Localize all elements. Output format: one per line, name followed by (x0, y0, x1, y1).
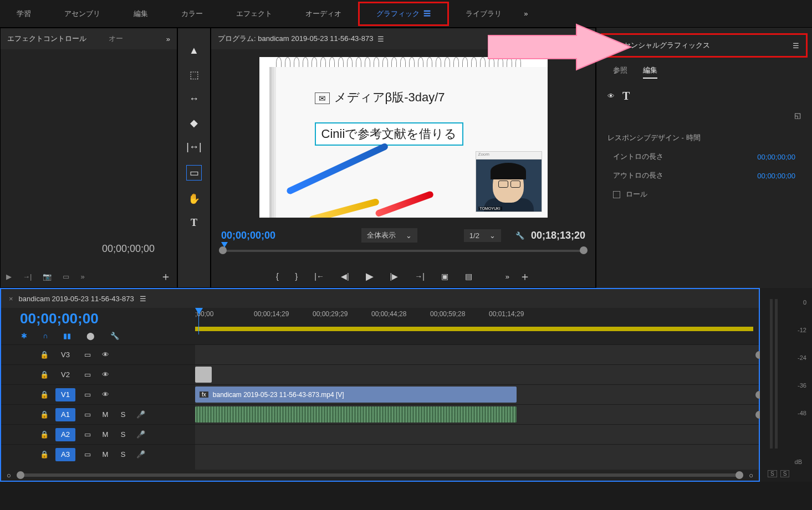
audio-clip[interactable] (195, 406, 517, 423)
toggle-icon[interactable]: ▭ (82, 370, 93, 379)
link-icon[interactable]: ▮▮ (63, 332, 71, 340)
fx-badge[interactable]: fx (200, 391, 208, 398)
program-zoom-bar[interactable] (211, 245, 595, 265)
eye-icon[interactable]: 👁 (100, 390, 111, 399)
lock-icon[interactable]: 🔒 (40, 390, 49, 399)
track-v3-header[interactable]: 🔒V3▭👁 (1, 344, 195, 364)
intro-value[interactable]: 00;00;00;00 (757, 153, 795, 161)
track-v2-header[interactable]: 🔒V2▭👁 (1, 364, 195, 384)
zoom-knob-left[interactable] (219, 246, 227, 254)
solo-button[interactable]: S (118, 410, 129, 419)
solo-button[interactable]: S (118, 430, 129, 439)
go-in-icon[interactable]: |← (314, 272, 324, 281)
type-tool-icon[interactable]: T (191, 217, 197, 229)
mark-out-icon[interactable]: } (295, 272, 298, 281)
pin-icon[interactable]: ◱ (794, 111, 801, 120)
lock-icon[interactable]: 🔒 (40, 430, 49, 439)
track-a2-header[interactable]: 🔒A2▭MS🎤 (1, 424, 195, 444)
play-icon[interactable]: ▶ (366, 270, 374, 282)
zoom-knob-right[interactable]: ○ (749, 471, 753, 480)
timeline-ruler[interactable]: ;00;00 00;00;14;29 00;00;29;29 00;00;44;… (195, 308, 759, 334)
eg-layer-row[interactable]: 👁 T (596, 84, 812, 108)
res-dropdown[interactable]: 1/2⌄ (464, 229, 501, 242)
lock-icon[interactable]: 🔒 (40, 410, 49, 419)
scroll-knob-right[interactable] (736, 471, 743, 479)
hand-tool-icon[interactable]: ✋ (188, 193, 200, 205)
mic-icon[interactable]: 🎤 (135, 410, 146, 419)
eg-tab-edit[interactable]: 編集 (643, 65, 657, 79)
ripple-edit-tool-icon[interactable]: ↔ (189, 93, 199, 105)
track-body[interactable]: fxbandicam 2019-05-23 11-56-43-873.mp4 [… (195, 344, 759, 470)
lift-icon[interactable]: ▣ (441, 272, 448, 281)
add-button[interactable]: ＋ (519, 269, 530, 284)
track-a3-header[interactable]: 🔒A3▭MS🎤 (1, 444, 195, 464)
toggle-icon[interactable]: ▭ (82, 390, 93, 399)
close-icon[interactable]: × (9, 295, 13, 303)
ws-audio[interactable]: オーディオ (289, 9, 358, 19)
solo-left[interactable]: S (768, 470, 777, 477)
wrench-icon[interactable]: 🔧 (515, 231, 524, 240)
step-back-icon[interactable]: ◀| (341, 272, 349, 281)
marker-icon[interactable]: ⬤ (86, 332, 95, 340)
step-fwd-icon[interactable]: |▶ (390, 272, 399, 281)
fit-dropdown[interactable]: 全体表示⌄ (361, 228, 417, 243)
extract-icon[interactable]: ▤ (465, 272, 472, 281)
toggle-icon[interactable]: ▭ (82, 351, 93, 359)
slip-tool-icon[interactable]: |↔| (186, 141, 201, 153)
ec-overflow2[interactable]: » (80, 272, 84, 281)
toggle-icon[interactable]: ▭ (82, 450, 93, 459)
mark-in-icon[interactable]: { (276, 272, 279, 281)
mic-icon[interactable]: 🎤 (135, 430, 146, 439)
rectangle-tool-icon[interactable]: ▭ (186, 165, 202, 181)
new-bin-icon[interactable]: ▭ (63, 272, 69, 281)
ws-learn[interactable]: 学習 (0, 9, 48, 19)
ec-overflow[interactable]: » (166, 35, 170, 43)
program-preview[interactable]: ✉メディアβ版-3day/7 Ciniiで参考文献を借りる Zoom TOMOY… (259, 57, 548, 218)
timeline-zoom-scroll[interactable]: ○ ○ (1, 470, 759, 481)
ws-edit[interactable]: 編集 (117, 9, 165, 19)
lock-icon[interactable]: 🔒 (40, 351, 49, 359)
eye-icon[interactable]: 👁 (607, 92, 615, 100)
ws-effects[interactable]: エフェクト (219, 9, 289, 19)
go-out-icon[interactable]: →| (415, 272, 425, 281)
toggle-icon[interactable]: ▭ (82, 430, 93, 439)
scroll-knob-left[interactable] (17, 471, 24, 479)
ws-overflow[interactable]: » (524, 9, 528, 18)
play-stop-icon[interactable]: ▶ (6, 272, 12, 281)
selection-tool-icon[interactable]: ▲ (189, 45, 199, 56)
snap-icon[interactable]: ✱ (21, 332, 27, 340)
track-a1-header[interactable]: 🔒A1▭MS🎤 (1, 404, 195, 424)
eye-icon[interactable]: 👁 (100, 370, 111, 379)
lock-icon[interactable]: 🔒 (40, 450, 49, 459)
roll-row[interactable]: ロール (596, 185, 812, 204)
ec-timecode[interactable]: 00;00;00;00 (102, 243, 155, 255)
ws-color[interactable]: カラー (165, 9, 219, 19)
panel-menu-icon[interactable]: ☰ (793, 42, 799, 50)
transport-overflow[interactable]: » (505, 272, 509, 281)
roll-checkbox[interactable] (613, 191, 620, 198)
mute-button[interactable]: M (100, 410, 111, 419)
track-v1-header[interactable]: 🔒V1▭👁 (1, 384, 195, 404)
panel-menu-icon[interactable]: ☰ (140, 295, 146, 303)
solo-right[interactable]: S (780, 470, 790, 477)
ws-graphics[interactable]: グラフィック ☰ (358, 2, 449, 26)
zoom-knob-left[interactable]: ○ (7, 471, 11, 480)
eye-icon[interactable]: 👁 (100, 351, 111, 359)
add-button[interactable]: ＋ (160, 269, 171, 284)
mic-icon[interactable]: 🎤 (135, 450, 146, 459)
ws-assembly[interactable]: アセンブリ (48, 9, 117, 19)
toggle-icon[interactable]: ▭ (82, 410, 93, 419)
razor-tool-icon[interactable]: ◆ (190, 117, 198, 129)
magnet-icon[interactable]: ∩ (43, 332, 48, 340)
graphic-clip[interactable] (195, 367, 212, 383)
eg-tab-browse[interactable]: 参照 (613, 65, 627, 79)
playhead-icon[interactable] (195, 308, 203, 315)
insert-icon[interactable]: →| (23, 272, 32, 281)
wrench-icon[interactable]: 🔧 (110, 332, 119, 340)
hamburger-icon[interactable]: ☰ (423, 9, 431, 18)
track-select-tool-icon[interactable]: ⬚ (190, 69, 199, 81)
lock-icon[interactable]: 🔒 (40, 370, 49, 379)
zoom-knob-right[interactable] (580, 246, 588, 254)
panel-menu-icon[interactable]: ☰ (377, 35, 384, 43)
mute-button[interactable]: M (100, 450, 111, 459)
